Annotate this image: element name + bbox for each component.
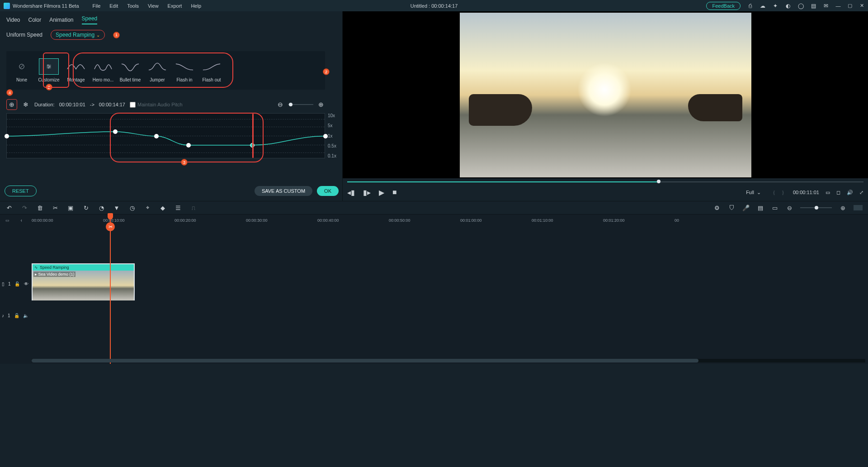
tab-video[interactable]: Video — [6, 17, 20, 23]
speed-keyframe[interactable] — [323, 134, 328, 138]
display-icon[interactable]: ▭ — [826, 190, 830, 195]
filters-icon[interactable]: ☰ — [175, 205, 182, 211]
subtab-speed-ramping[interactable]: Speed Ramping ⌄ — [51, 30, 105, 40]
lock-icon[interactable]: 🔓 — [14, 281, 20, 286]
speed-graph[interactable]: 10x 5x 1x 0.5x 0.1x 3 — [6, 113, 340, 158]
speed-keyframe[interactable] — [5, 134, 9, 138]
speed-icon[interactable]: ↻ — [82, 205, 90, 211]
undo-icon[interactable]: ↶ — [5, 205, 13, 211]
zoom-out-icon[interactable]: ⊖ — [276, 100, 284, 109]
preview-timecode: 00:00:11:01 — [793, 190, 819, 195]
volume-icon[interactable]: 🔊 — [847, 190, 853, 195]
preset-montage[interactable]: Montage — [62, 58, 90, 82]
chevron-down-icon: ⌄ — [96, 33, 100, 38]
subtab-uniform-speed[interactable]: Uniform Speed — [6, 32, 42, 38]
marker-icon[interactable]: ▼ — [113, 205, 120, 211]
split-icon[interactable]: ✂ — [52, 205, 59, 211]
mail-icon[interactable]: ✉ — [823, 3, 829, 9]
save-icon[interactable]: ⎙ — [747, 3, 753, 9]
timeline-zoom-out-icon[interactable]: ⊖ — [786, 205, 793, 211]
audio-track-number: 1 — [8, 313, 10, 318]
seek-bar[interactable] — [347, 181, 863, 183]
menu-edit[interactable]: Edit — [109, 3, 118, 9]
menu-view[interactable]: View — [148, 3, 159, 9]
stop-button[interactable]: ■ — [392, 188, 397, 197]
ok-button[interactable]: OK — [317, 186, 339, 196]
mark-out-icon[interactable]: ｝ — [782, 189, 787, 196]
account-icon[interactable]: ◯ — [797, 3, 804, 9]
menu-help[interactable]: Help — [191, 3, 201, 9]
graph-zoom-slider[interactable] — [288, 104, 313, 105]
timeline-ruler[interactable]: ▭ ⫞ 00:00:00:00 00:00:10:00 00:00:20:00 … — [0, 214, 868, 226]
redo-icon[interactable]: ↷ — [21, 205, 28, 211]
timeline-clip[interactable]: ∿ Speed Ramping ▸ Sea Video demo (1) — [32, 263, 135, 300]
timeline-zoom-in-icon[interactable]: ⊕ — [839, 205, 846, 211]
tab-speed[interactable]: Speed — [82, 15, 98, 24]
timeline-scrollbar[interactable] — [32, 359, 865, 362]
delete-icon[interactable]: 🗑 — [36, 205, 43, 211]
cloud-icon[interactable]: ☁ — [760, 3, 766, 9]
timeline-playhead[interactable]: ✂ — [110, 214, 111, 364]
mic-icon[interactable]: 🎤 — [742, 205, 750, 211]
video-track-controls: ▯1 🔓 👁 — [2, 281, 29, 286]
add-keyframe-icon[interactable]: ⊕ — [8, 100, 16, 109]
prev-frame-button[interactable]: ◂▮ — [347, 188, 355, 197]
shield-icon[interactable]: ⛉ — [728, 205, 735, 211]
mute-icon[interactable]: 🔈 — [23, 313, 28, 318]
maintain-audio-pitch-checkbox[interactable] — [130, 102, 136, 108]
freeze-frame-icon[interactable]: ❄ — [22, 100, 30, 109]
preset-flash-in[interactable]: Flash in — [171, 58, 198, 82]
feedback-button[interactable]: FeedBack — [706, 2, 741, 10]
crop-icon[interactable]: ▣ — [67, 205, 74, 211]
speed-keyframe[interactable] — [186, 143, 191, 148]
window-close-button[interactable]: ✕ — [859, 3, 864, 9]
preset-none[interactable]: None — [8, 58, 35, 82]
mark-in-icon[interactable]: ｛ — [770, 189, 775, 196]
effects-icon[interactable]: ✦ — [772, 3, 778, 9]
window-maximize-button[interactable]: ▢ — [847, 3, 853, 9]
graph-playhead[interactable] — [252, 114, 254, 158]
support-icon[interactable]: ◐ — [785, 3, 791, 9]
mini-scroll-icon[interactable] — [854, 205, 863, 210]
duration-label: Duration: — [34, 102, 55, 107]
menu-file[interactable]: File — [93, 3, 101, 9]
preview-quality-value: Full — [746, 190, 754, 195]
preset-customize[interactable]: Customize 2 — [35, 58, 62, 82]
playhead-split-icon[interactable]: ✂ — [106, 222, 115, 231]
duration-icon[interactable]: ◷ — [128, 205, 136, 211]
keyframe-icon[interactable]: ◆ — [159, 205, 166, 211]
save-as-custom-button[interactable]: SAVE AS CUSTOM — [255, 186, 312, 196]
reset-button[interactable]: RESET — [5, 186, 37, 196]
timeline[interactable]: ▭ ⫞ 00:00:00:00 00:00:10:00 00:00:20:00 … — [0, 214, 868, 364]
project-icon[interactable]: ▤ — [810, 3, 816, 9]
fullscreen-icon[interactable]: ⤢ — [859, 190, 863, 195]
preset-bullet-time[interactable]: Bullet time — [117, 58, 144, 82]
target-icon[interactable]: ⌖ — [144, 204, 151, 211]
speed-keyframe[interactable] — [113, 129, 118, 134]
preset-hero-moment[interactable]: Hero mo... — [90, 58, 117, 82]
next-frame-button[interactable]: ▮▸ — [363, 188, 371, 197]
preview-quality-dropdown[interactable]: Full ⌄ — [743, 188, 764, 197]
magnet-icon[interactable]: ⫞ — [20, 218, 22, 223]
mixer-icon[interactable]: ▤ — [757, 205, 764, 211]
window-minimize-button[interactable]: — — [835, 3, 841, 9]
tab-color[interactable]: Color — [28, 17, 41, 23]
lock-icon[interactable]: 🔓 — [14, 313, 19, 318]
menu-export[interactable]: Export — [168, 3, 182, 9]
zoom-in-icon[interactable]: ⊕ — [317, 100, 325, 109]
render-icon[interactable]: ⚙ — [713, 205, 721, 211]
layout-icon[interactable]: ▭ — [771, 205, 778, 211]
app-logo-icon — [4, 3, 10, 9]
snapshot-icon[interactable]: ◻ — [836, 190, 840, 195]
preset-jumper[interactable]: Jumper — [144, 58, 171, 82]
speed2-icon[interactable]: ◔ — [98, 205, 105, 211]
visibility-icon[interactable]: 👁 — [24, 281, 29, 286]
track-header-icon[interactable]: ▭ — [5, 218, 9, 223]
timeline-zoom-slider[interactable] — [800, 207, 832, 208]
preset-flash-out[interactable]: Flash out — [198, 58, 225, 82]
maintain-audio-pitch-toggle[interactable]: Maintain Audio Pitch — [130, 102, 183, 108]
audio-icon[interactable]: ⎍ — [190, 205, 197, 211]
menu-tools[interactable]: Tools — [127, 3, 139, 9]
tab-animation[interactable]: Animation — [49, 17, 73, 23]
play-button[interactable]: ▶ — [379, 188, 384, 197]
